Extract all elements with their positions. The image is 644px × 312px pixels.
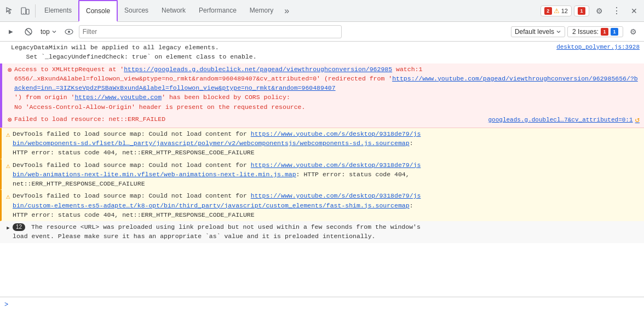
tab-bar: Elements Console Sources Network Perform…	[0, 0, 644, 22]
warning-triangle-icon: ⚠	[554, 7, 560, 15]
error-count-2-icon: 1	[578, 7, 585, 15]
sourcemap-url-2[interactable]: https://www.youtube.com/s/desktop/9318de…	[13, 161, 421, 178]
err-failed-text: Failed to load resource: net::ERR_FAILED	[14, 114, 482, 124]
error-icon: ⊗	[5, 65, 14, 76]
warn-icon-2: ⚠	[4, 161, 13, 172]
log-text: LegacyDataMixin will be applied to all l…	[11, 43, 550, 62]
tab-network[interactable]: Network	[155, 0, 192, 22]
console-input-bar[interactable]: >	[0, 297, 644, 312]
cors-error-text: Access to XMLHttpRequest at 'https://goo…	[14, 65, 640, 112]
cors-url-link[interactable]: https://googleads.g.doubleclick.net/page…	[124, 66, 392, 73]
console-settings-button[interactable]: ⚙	[625, 24, 641, 39]
preload-warning: ▶ 12 The resource <URL> was preloaded us…	[0, 221, 644, 243]
console-log-area: LegacyDataMixin will be applied to all l…	[0, 42, 644, 297]
issues-counter[interactable]: 2 Issues: 1 1	[567, 26, 623, 37]
close-icon: ✕	[631, 7, 637, 15]
tabs: Elements Console Sources Network Perform…	[38, 0, 294, 22]
error-warning-badge[interactable]: 2 ⚠ 12	[540, 5, 572, 16]
tab-sources[interactable]: Sources	[118, 0, 155, 22]
devtools-warn-3: ⚠ DevTools failed to load source map: Co…	[0, 190, 644, 221]
tab-memory[interactable]: Memory	[243, 0, 280, 22]
group-expand-icon[interactable]: ▶	[4, 223, 13, 233]
preload-count-badge: 12	[13, 223, 25, 231]
filter-input[interactable]	[79, 25, 342, 38]
issues-info-icon: 1	[611, 28, 618, 36]
log-levels-dropdown[interactable]: Default levels	[511, 26, 565, 37]
svg-point-2	[23, 13, 24, 13]
cors-error-log: ⊗ Access to XMLHttpRequest at 'https://g…	[3, 63, 644, 113]
warning-count: 12	[561, 8, 568, 14]
eye-icon	[64, 28, 74, 36]
gear-icon: ⚙	[596, 7, 603, 15]
inspect-element-button[interactable]	[2, 3, 18, 19]
preload-text: 12 The resource <URL> was preloaded usin…	[13, 222, 640, 241]
devtools-warn-2: ⚠ DevTools failed to load source map: Co…	[0, 159, 644, 190]
context-label: top	[41, 28, 50, 36]
console-prompt: >	[4, 301, 8, 309]
separator	[35, 4, 36, 18]
gear-icon: ⚙	[630, 27, 637, 36]
close-devtools-button[interactable]: ✕	[626, 3, 642, 19]
devtools-warn-1: ⚠ DevTools failed to load source map: Co…	[0, 128, 644, 159]
warn-icon-3: ⚠	[4, 192, 13, 203]
more-options-button[interactable]: ⋮	[609, 3, 624, 19]
err-failed-log: ⊗ Failed to load resource: net::ERR_FAIL…	[3, 113, 644, 128]
warn-text-1: DevTools failed to load source map: Coul…	[13, 129, 640, 158]
error-badge-2[interactable]: 1	[574, 5, 589, 16]
toolbar-right: 2 ⚠ 12 1 ⚙ ⋮ ✕	[540, 3, 642, 19]
origin-url-link[interactable]: https://www.youtube.com	[74, 94, 162, 101]
execute-script-button[interactable]: ▶	[3, 24, 19, 39]
log-source-link[interactable]: desktop_polymer.js:3928	[550, 43, 640, 52]
error-icon-2: ⊗	[5, 115, 14, 126]
error-count-icon: 2	[544, 7, 552, 15]
tab-elements[interactable]: Elements	[38, 0, 78, 22]
svg-rect-1	[26, 9, 29, 14]
context-selector[interactable]: top	[38, 27, 59, 37]
redirect-url-link[interactable]: https://www.youtube.com/pagead/viewthrou…	[14, 75, 638, 91]
err-failed-source[interactable]: googleads.g.doublecl…7&cv_attributed=0:1…	[482, 114, 640, 126]
play-icon: ▶	[9, 28, 13, 34]
sourcemap-url-3[interactable]: https://www.youtube.com/s/desktop/9318de…	[13, 192, 421, 209]
tab-console[interactable]: Console	[78, 0, 118, 22]
warn-icon-1: ⚠	[4, 130, 13, 141]
issues-error-icon: 1	[601, 28, 608, 36]
sourcemap-url-1[interactable]: https://www.youtube.com/s/desktop/9318de…	[13, 130, 421, 147]
console-toolbar: ▶ top Default levels 2 Issues: 1 1 ⚙	[0, 22, 644, 42]
svg-line-4	[26, 29, 31, 34]
tab-performance[interactable]: Performance	[192, 0, 243, 22]
chevron-down-icon	[51, 29, 57, 34]
device-toolbar-button[interactable]	[18, 3, 33, 19]
warn-text-3: DevTools failed to load source map: Coul…	[13, 191, 640, 219]
block-icon	[24, 27, 33, 36]
svg-point-6	[68, 31, 70, 33]
ellipsis-icon: ⋮	[612, 5, 621, 16]
log-item: LegacyDataMixin will be applied to all l…	[0, 42, 644, 63]
settings-button[interactable]: ⚙	[591, 3, 607, 19]
more-tabs-button[interactable]: »	[280, 0, 294, 22]
clear-console-button[interactable]	[21, 24, 36, 39]
chevron-down-icon	[556, 29, 561, 34]
reload-icon[interactable]: ↺	[635, 114, 640, 126]
warn-text-2: DevTools failed to load source map: Coul…	[13, 160, 640, 189]
show-live-expressions-button[interactable]	[61, 24, 77, 39]
